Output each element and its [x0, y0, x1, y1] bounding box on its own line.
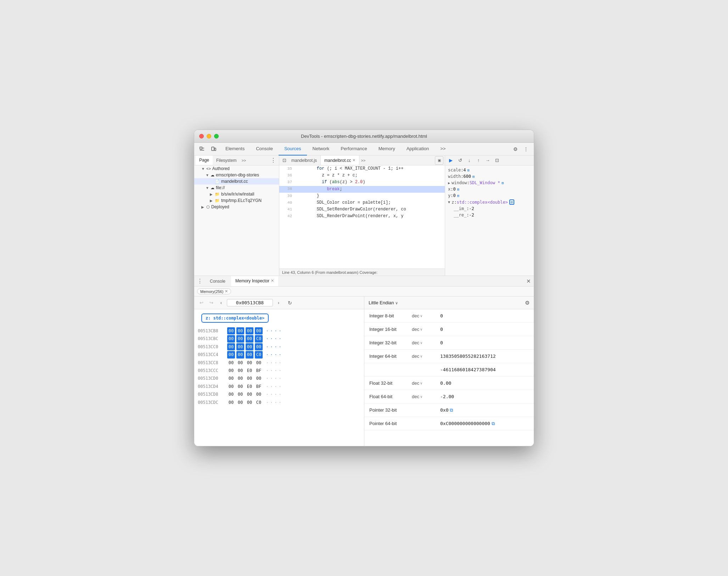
nav-next-button[interactable]: › — [274, 299, 283, 307]
hex-row-9: 00513CDC 00 00 00 C0 · · · — [194, 399, 364, 406]
fullscreen-button[interactable] — [214, 134, 219, 139]
tree-emscripten[interactable]: ▼ ☁ emscripten-dbg-stories — [194, 172, 279, 178]
refresh-button[interactable]: ↻ — [286, 299, 294, 307]
var-y[interactable]: y : 0 ⊞ — [445, 192, 534, 199]
device-toggle-button[interactable] — [208, 144, 218, 154]
tab-more[interactable]: >> — [435, 143, 451, 156]
var-width[interactable]: width : 600 ⊞ — [445, 173, 534, 180]
tab-sources[interactable]: Sources — [279, 143, 307, 156]
breakpoints-icon[interactable]: ⊡ — [281, 157, 288, 164]
var-highlight-label: z: std::complex<double> — [206, 316, 264, 321]
more-secondary-tabs[interactable]: >> — [240, 158, 247, 163]
step-into-button[interactable]: ↓ — [465, 156, 474, 165]
endian-select[interactable]: Little Endian ∨ — [369, 300, 398, 305]
tree-mandelbrot-cc[interactable]: 📄 mandelbrot.cc — [194, 178, 279, 185]
bottom-panel-dots[interactable]: ⋮ — [197, 278, 203, 284]
tab-network[interactable]: Network — [307, 143, 335, 156]
memory-icon-z[interactable]: ⊞ — [509, 199, 514, 205]
tree-authored-label: Authored — [212, 166, 230, 171]
bottom-tab-bar: ⋮ Console Memory Inspector ✕ ✕ — [194, 276, 534, 287]
endian-label: Little Endian — [369, 300, 394, 305]
interp-enc-int32[interactable]: dec ∨ — [412, 340, 440, 345]
close-button[interactable] — [199, 134, 204, 139]
var-z[interactable]: ▼ z : std::complex<double> ⊞ — [445, 199, 534, 205]
more-options-button[interactable]: ⋮ — [521, 144, 531, 154]
deactivate-breakpoints-button[interactable]: ⊡ — [493, 156, 501, 165]
tab-performance[interactable]: Performance — [335, 143, 373, 156]
interp-row-int16: Integer 16-bit dec ∨ 0 — [364, 323, 534, 336]
ext-link-icon-ptr32[interactable]: ⧉ — [450, 407, 453, 413]
secondary-panel-menu[interactable]: ⋮ — [269, 157, 278, 164]
minimize-button[interactable] — [207, 134, 211, 139]
top-toolbar: Elements Console Sources Network Perform… — [194, 143, 534, 156]
code-tab-mandelbrot-js[interactable]: mandelbrot.js — [288, 156, 321, 165]
tree-install[interactable]: ▶ 📁 b/s/w/ir/x/w/install — [194, 191, 279, 197]
close-memory-tab-button[interactable]: ✕ — [271, 278, 274, 283]
memory-icon-width[interactable]: ⊞ — [472, 175, 475, 179]
cloud-icon: ☁ — [211, 173, 214, 177]
tree-deployed[interactable]: ▶ ⬡ Deployed — [194, 204, 279, 210]
tree-authored[interactable]: ▼ <> Authored — [194, 165, 279, 172]
tab-elements[interactable]: Elements — [220, 143, 250, 156]
history-forward-button[interactable]: ↪ — [207, 299, 215, 307]
var-x[interactable]: x : 0 ⊞ — [445, 186, 534, 192]
interp-settings-button[interactable]: ⚙ — [525, 300, 530, 306]
step-button[interactable]: → — [483, 156, 492, 165]
split-panel-button[interactable]: ▣ — [435, 156, 443, 165]
close-bottom-panel-button[interactable]: ✕ — [526, 278, 531, 284]
code-line-37: 37 if (abs(z) > 2.0) — [279, 179, 445, 186]
vars-panel: ▶ ↺ ↓ ↑ → ⊡ scale : 4 ⊞ — [445, 156, 534, 276]
bottom-tab-memory-inspector[interactable]: Memory Inspector ✕ — [231, 276, 278, 286]
tab-application[interactable]: Application — [401, 143, 435, 156]
tree-install-label: b/s/w/ir/x/w/install — [221, 192, 254, 197]
interp-type-int16: Integer 16-bit — [369, 327, 412, 332]
interp-type-ptr32: Pointer 32-bit — [369, 407, 412, 413]
interp-enc-float64[interactable]: dec ∨ — [412, 394, 440, 399]
var-window[interactable]: ▶ window : SDL_Window * ⊞ — [445, 180, 534, 186]
memory-icon-window[interactable]: ⊞ — [502, 181, 504, 185]
address-input[interactable] — [227, 299, 273, 306]
settings-button[interactable]: ⚙ — [510, 144, 520, 154]
resume-button[interactable]: ▶ — [447, 156, 455, 165]
interp-enc-int8[interactable]: dec ∨ — [412, 313, 440, 318]
interp-type-int8: Integer 8-bit — [369, 313, 412, 318]
tab-page[interactable]: Page — [196, 156, 213, 165]
titlebar: DevTools - emscripten-dbg-stories.netlif… — [194, 130, 534, 143]
cloud-icon-2: ☁ — [211, 186, 214, 190]
folder-icon: 📁 — [215, 192, 220, 197]
bottom-tab-console[interactable]: Console — [206, 276, 230, 286]
tab-filesystem[interactable]: Filesystem — [213, 156, 240, 165]
more-code-tabs[interactable]: >> — [359, 158, 367, 163]
memory-icon-y[interactable]: ⊞ — [457, 194, 459, 198]
interp-enc-int64[interactable]: dec ∨ — [412, 354, 440, 359]
var-z-re[interactable]: __re_ : -2 — [445, 212, 534, 218]
folder-icon-2: 📁 — [215, 198, 220, 203]
tree-file-label: file:// — [216, 185, 225, 190]
hex-row-7: 00513CD4 00 00 E0 BF · · · — [194, 383, 364, 390]
inspect-element-button[interactable] — [197, 144, 207, 154]
memory-icon-x[interactable]: ⊞ — [457, 187, 459, 191]
code-tab-mandelbrot-cc[interactable]: mandelbrot.cc ✕ — [321, 156, 359, 165]
memory-icon-scale[interactable]: ⊞ — [467, 168, 470, 172]
var-scale[interactable]: scale : 4 ⊞ — [445, 167, 534, 173]
history-back-button[interactable]: ↩ — [197, 299, 206, 307]
tree-tmp[interactable]: ▶ 📁 tmp/tmp.ELcTq2YGN — [194, 197, 279, 204]
step-out-button[interactable]: ↑ — [474, 156, 483, 165]
tree-file-protocol[interactable]: ▼ ☁ file:// — [194, 185, 279, 191]
step-over-button[interactable]: ↺ — [456, 156, 464, 165]
interp-val-int32: 0 — [440, 340, 443, 345]
devtools-body: Elements Console Sources Network Perform… — [194, 143, 534, 446]
tree-arrow-install: ▶ — [210, 192, 215, 196]
tab-console[interactable]: Console — [250, 143, 279, 156]
interp-enc-int16[interactable]: dec ∨ — [412, 327, 440, 332]
interp-type-int32: Integer 32-bit — [369, 340, 412, 345]
status-text: Line 43, Column 6 (From mandelbrot.wasm)… — [282, 270, 377, 275]
tab-memory[interactable]: Memory — [373, 143, 401, 156]
ext-link-icon-ptr64[interactable]: ⧉ — [492, 421, 495, 427]
interp-enc-float32[interactable]: dec ∨ — [412, 380, 440, 386]
close-memory-chip-button[interactable]: ✕ — [225, 289, 228, 294]
nav-prev-button[interactable]: ‹ — [217, 299, 225, 307]
code-tab-js-label: mandelbrot.js — [291, 158, 317, 163]
close-tab-button[interactable]: ✕ — [352, 158, 355, 163]
var-z-im[interactable]: __im_ : -2 — [445, 205, 534, 212]
